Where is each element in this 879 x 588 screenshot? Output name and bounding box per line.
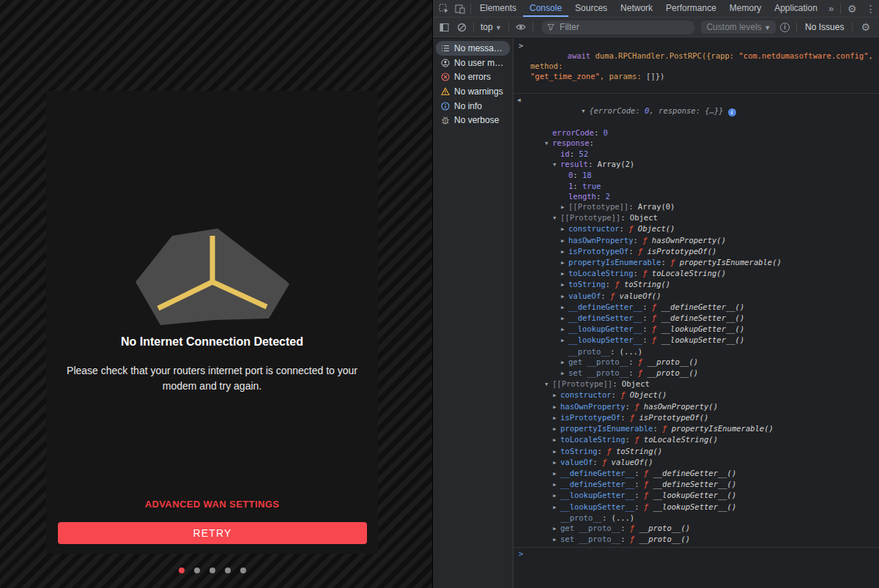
sidebar-filter-no-user-m-[interactable]: No user m… [436,56,510,70]
expand-triangle-icon[interactable]: ▼ [545,379,552,390]
retry-button[interactable]: RETRY [58,522,367,544]
expand-triangle-icon[interactable]: ▶ [561,280,568,290]
tab-network[interactable]: Network [614,0,659,17]
console-tree-row[interactable]: ▶propertyIsEnumerable: ƒ propertyIsEnume… [513,257,879,268]
sidebar-filter-no-errors[interactable]: No errors [436,70,510,84]
console-tree-row[interactable]: ▶isPrototypeOf: ƒ isPrototypeOf() [513,246,879,257]
console-tree-row[interactable]: ▶__lookupSetter__: ƒ __lookupSetter__() [513,502,879,513]
expand-triangle-icon[interactable]: ▶ [553,458,560,468]
expand-triangle-icon[interactable]: ▶ [561,335,568,346]
console-tree-row[interactable]: ▶[[Prototype]]: Array(0) [513,201,879,212]
expand-triangle-icon[interactable]: ▶ [561,224,568,234]
sidebar-filter-no-messa-[interactable]: No messa… [436,41,510,56]
carousel-dot-4[interactable] [225,567,231,573]
console-tree-row[interactable]: ▶propertyIsEnumerable: ƒ propertyIsEnume… [513,423,879,434]
expand-triangle-icon[interactable]: ▶ [561,269,568,279]
expand-triangle-icon[interactable]: ▶ [553,469,560,479]
expand-triangle-icon[interactable]: ▶ [561,291,568,302]
console-prompt[interactable]: > [513,548,879,562]
console-tree-row[interactable]: ▶constructor: ƒ Object() [513,390,879,401]
console-tree-row[interactable]: ▼[[Prototype]]: Object [513,212,879,223]
console-tree-row[interactable]: ▶__lookupGetter__: ƒ __lookupGetter__() [513,490,879,501]
console-tree-row[interactable]: ▶__defineGetter__: ƒ __defineGetter__() [513,302,879,313]
console-tree-row[interactable]: ▶__defineSetter__: ƒ __defineSetter__() [513,313,879,324]
inspect-element-icon[interactable] [436,1,452,17]
carousel-dot-2[interactable] [194,567,200,573]
console-tree-row[interactable]: ▼response: [513,138,879,149]
console-tree-row[interactable]: ▶hasOwnProperty: ƒ hasOwnProperty() [513,401,879,412]
tab-elements[interactable]: Elements [473,0,523,17]
console-tree-row[interactable]: ▶toString: ƒ toString() [513,279,879,290]
expand-triangle-icon[interactable]: ▶ [553,491,560,501]
expand-triangle-icon[interactable]: ▶ [561,313,568,324]
expand-triangle-icon[interactable]: ▶ [553,402,560,412]
expand-triangle-icon[interactable]: ▶ [561,302,568,313]
kebab-menu-icon[interactable]: ⋮ [861,3,879,15]
tab-sources[interactable]: Sources [568,0,614,17]
advanced-wan-settings-link[interactable]: ADVANCED WAN SETTINGS [46,499,378,510]
result-preview-row[interactable]: ◀▼{errorCode: 0, response: {…}}i [513,95,879,127]
console-tree-row[interactable]: ▶toLocaleString: ƒ toLocaleString() [513,268,879,279]
console-tree-row[interactable]: ▶get __proto__: ƒ __proto__() [513,523,879,534]
console-tree-row[interactable]: ▼[[Prototype]]: Object [513,379,879,390]
expand-triangle-icon[interactable]: ▶ [553,447,560,457]
tab-application[interactable]: Application [768,0,824,17]
expand-triangle-icon[interactable]: ▼ [582,106,589,116]
tab-memory[interactable]: Memory [723,0,768,17]
console-tree-row[interactable]: ▶__defineGetter__: ƒ __defineGetter__() [513,468,879,479]
expand-triangle-icon[interactable]: ▼ [553,213,560,223]
expand-triangle-icon[interactable]: ▶ [561,324,568,335]
expand-triangle-icon[interactable]: ▶ [561,368,568,379]
context-selector[interactable]: top ▼ [478,22,505,32]
expand-triangle-icon[interactable]: ▶ [553,435,560,445]
expand-triangle-icon[interactable]: ▶ [553,424,560,434]
filter-input[interactable] [558,21,689,33]
tab-performance[interactable]: Performance [659,0,723,17]
filter-box[interactable] [541,21,696,34]
console-tree-row[interactable]: ▶set __proto__: ƒ __proto__() [513,368,879,379]
evaluated-info-icon[interactable]: i [728,108,736,116]
expand-triangle-icon[interactable]: ▼ [553,160,560,170]
expand-triangle-icon[interactable]: ▶ [561,357,568,368]
info-icon[interactable]: i [780,23,790,32]
sidebar-filter-no-verbose[interactable]: No verbose [436,113,510,127]
console-tree-row[interactable]: ▶toString: ƒ toString() [513,446,879,457]
sidebar-filter-no-warnings[interactable]: No warnings [436,84,510,99]
console-tree-row[interactable]: ▶__lookupGetter__: ƒ __lookupGetter__() [513,324,879,335]
console-sidebar-toggle-icon[interactable] [436,19,452,35]
tab-console[interactable]: Console [523,0,568,17]
expand-triangle-icon[interactable]: ▶ [561,258,568,268]
console-tree-row[interactable]: ▶isPrototypeOf: ƒ isPrototypeOf() [513,412,879,423]
clear-console-icon[interactable] [453,19,470,35]
console-tree-row[interactable]: ▶toLocaleString: ƒ toLocaleString() [513,434,879,445]
device-toolbar-icon[interactable] [452,1,468,17]
console-tree-row[interactable]: ▶__lookupSetter__: ƒ __lookupSetter__() [513,335,879,346]
console-tree-row[interactable]: ▶valueOf: ƒ valueOf() [513,457,879,468]
console-tree-row[interactable]: ▶constructor: ƒ Object() [513,223,879,234]
expand-triangle-icon[interactable]: ▼ [545,138,552,149]
expand-triangle-icon[interactable]: ▶ [553,390,560,401]
expand-triangle-icon[interactable]: ▶ [561,202,568,212]
expand-triangle-icon[interactable]: ▶ [553,524,560,534]
console-tree-row[interactable]: ▶hasOwnProperty: ƒ hasOwnProperty() [513,235,879,246]
console-tree-row[interactable]: ▶get __proto__: ƒ __proto__() [513,357,879,368]
carousel-dot-3[interactable] [209,567,215,573]
console-tree-row[interactable]: ▶valueOf: ƒ valueOf() [513,291,879,302]
expand-triangle-icon[interactable]: ▶ [553,413,560,423]
carousel-dot-1[interactable] [179,567,185,573]
console-tree-row[interactable]: ▶__defineSetter__: ƒ __defineSetter__() [513,479,879,490]
live-expression-eye-icon[interactable] [513,19,529,35]
custom-levels-dropdown[interactable]: Custom levels ▼ [701,21,776,34]
carousel-dot-5[interactable] [240,567,246,573]
console-settings-gear-icon[interactable]: ⚙ [856,21,875,33]
no-issues-status[interactable]: No Issues [801,22,848,32]
console-tree-row[interactable]: ▶set __proto__: ƒ __proto__() [513,534,879,545]
expand-triangle-icon[interactable]: ▶ [553,502,560,513]
expand-triangle-icon[interactable]: ▶ [553,535,560,545]
console-tree-row[interactable]: ▼result: Array(2) [513,159,879,170]
expand-triangle-icon[interactable]: ▶ [561,247,568,257]
settings-gear-icon[interactable]: ⚙ [843,3,861,15]
expand-triangle-icon[interactable]: ▶ [553,480,560,490]
sidebar-filter-no-info[interactable]: No info [436,99,510,113]
expand-triangle-icon[interactable]: ▶ [561,236,568,246]
